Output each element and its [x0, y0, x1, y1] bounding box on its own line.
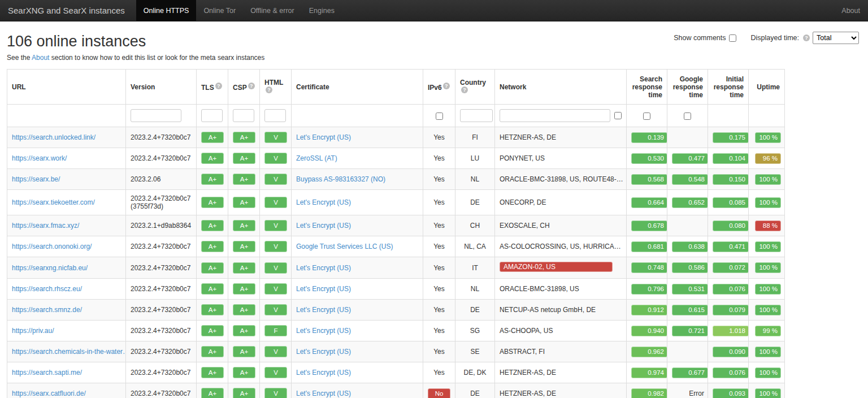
html-grade-badge[interactable]: V — [264, 367, 287, 378]
certificate-link[interactable]: Let's Encrypt (US) — [296, 327, 351, 335]
cell-csp: A+ — [228, 127, 260, 148]
instance-url-link[interactable]: https://priv.au/ — [12, 327, 54, 335]
html-grade-badge[interactable]: V — [264, 241, 287, 252]
csp-grade-badge[interactable]: A+ — [233, 283, 255, 295]
html-grade-badge[interactable]: V — [264, 197, 287, 208]
network-filter-input[interactable] — [500, 109, 610, 122]
tls-grade-badge[interactable]: A+ — [201, 346, 224, 357]
nav-about-link[interactable]: About — [834, 0, 868, 21]
about-link[interactable]: About — [32, 54, 49, 62]
certificate-link[interactable]: ZeroSSL (AT) — [296, 154, 337, 162]
csp-grade-badge[interactable]: A+ — [233, 197, 255, 208]
instance-url-link[interactable]: https://search.unlocked.link/ — [12, 133, 96, 141]
csp-grade-badge[interactable]: A+ — [233, 325, 255, 336]
csp-grade-badge[interactable]: A+ — [233, 367, 255, 378]
cell-country: NL — [455, 169, 495, 190]
tab-online-tor[interactable]: Online Tor — [196, 0, 243, 21]
certificate-link[interactable]: Let's Encrypt (US) — [296, 133, 351, 141]
csp-grade-badge[interactable]: A+ — [233, 174, 255, 185]
tls-filter-input[interactable] — [201, 109, 223, 122]
html-grade-badge[interactable]: V — [264, 388, 287, 398]
csp-grade-badge[interactable]: A+ — [233, 346, 255, 357]
html-grade-badge[interactable]: V — [264, 174, 287, 185]
show-comments-checkbox[interactable] — [729, 34, 736, 42]
html-grade-badge[interactable]: V — [264, 153, 287, 164]
csp-grade-badge[interactable]: A+ — [233, 388, 255, 398]
instance-url-link[interactable]: https://search.sapti.me/ — [12, 369, 82, 377]
instance-url-link[interactable]: https://searx.catfluori.de/ — [12, 390, 86, 397]
search-time-badge: 0.982 — [631, 388, 667, 398]
tls-grade-badge[interactable]: A+ — [201, 367, 224, 378]
html-grade-badge[interactable]: V — [264, 346, 287, 357]
cell-initial-time: 0.076 — [708, 362, 749, 383]
csp-grade-badge[interactable]: A+ — [233, 304, 255, 315]
html-grade-badge[interactable]: V — [264, 132, 287, 143]
instance-url-link[interactable]: https://search.smnz.de/ — [12, 306, 82, 314]
html-grade-badge[interactable]: V — [264, 304, 287, 315]
certificate-link[interactable]: Let's Encrypt (US) — [296, 222, 351, 230]
csp-grade-badge[interactable]: A+ — [233, 220, 255, 231]
certificate-link[interactable]: Let's Encrypt (US) — [296, 285, 351, 293]
tab-engines[interactable]: Engines — [302, 0, 342, 21]
csp-grade-badge[interactable]: A+ — [233, 132, 255, 143]
certificate-link[interactable]: Let's Encrypt (US) — [296, 264, 351, 272]
uptime-badge: 100 % — [755, 174, 781, 185]
instance-url-link[interactable]: https://searxng.nicfab.eu/ — [12, 264, 88, 272]
csp-filter-input[interactable] — [233, 109, 254, 122]
version-filter-input[interactable] — [131, 109, 181, 122]
html-filter-input[interactable] — [264, 109, 286, 122]
tls-grade-badge[interactable]: A+ — [201, 174, 224, 185]
country-filter-input[interactable] — [460, 109, 493, 122]
csp-grade-badge[interactable]: A+ — [233, 262, 255, 274]
cell-tls: A+ — [197, 257, 228, 279]
tls-grade-badge[interactable]: A+ — [201, 325, 224, 336]
cell-google-time — [667, 215, 708, 236]
ipv6-filter-checkbox[interactable] — [436, 113, 443, 120]
tls-grade-badge[interactable]: A+ — [201, 153, 224, 164]
tls-grade-badge[interactable]: A+ — [201, 304, 224, 315]
certificate-link[interactable]: Let's Encrypt (US) — [296, 369, 351, 377]
tls-grade-badge[interactable]: A+ — [201, 132, 224, 143]
csp-grade-badge[interactable]: A+ — [233, 153, 255, 164]
google-time-filter-checkbox[interactable] — [684, 113, 691, 120]
help-icon: ? — [266, 86, 272, 93]
instance-url-link[interactable]: https://search.rhscz.eu/ — [12, 285, 82, 293]
cell-ipv6: Yes — [423, 190, 455, 215]
tls-grade-badge[interactable]: A+ — [201, 220, 224, 231]
tab-offline-error[interactable]: Offline & error — [243, 0, 302, 21]
certificate-link[interactable]: Google Trust Services LLC (US) — [296, 243, 393, 250]
instance-url-link[interactable]: https://searx.fmac.xyz/ — [12, 222, 79, 230]
html-grade-badge[interactable]: V — [264, 262, 287, 274]
search-time-badge: 0.912 — [631, 305, 667, 315]
certificate-link[interactable]: Let's Encrypt (US) — [296, 390, 351, 397]
tab-online-https[interactable]: Online HTTPS — [136, 0, 197, 21]
initial-time-badge: 0.076 — [713, 284, 749, 295]
tls-grade-badge[interactable]: A+ — [201, 388, 224, 398]
tls-grade-badge[interactable]: A+ — [201, 241, 224, 252]
uptime-badge: 100 % — [755, 241, 781, 252]
html-grade-badge[interactable]: F — [264, 325, 287, 336]
cell-uptime: 100 % — [749, 300, 785, 321]
instance-url-link[interactable]: https://search.ononoki.org/ — [12, 243, 92, 250]
instance-url-link[interactable]: https://search.chemicals-in-the-water… — [12, 348, 126, 356]
instance-url-link[interactable]: https://searx.be/ — [12, 175, 60, 183]
network-filter-checkbox[interactable] — [614, 112, 622, 119]
certificate-link[interactable]: Let's Encrypt (US) — [296, 306, 351, 314]
tls-grade-badge[interactable]: A+ — [201, 197, 224, 208]
tls-grade-badge[interactable]: A+ — [201, 262, 224, 274]
tls-grade-badge[interactable]: A+ — [201, 283, 224, 295]
certificate-link[interactable]: Buypass AS-983163327 (NO) — [296, 175, 385, 183]
cell-tls: A+ — [197, 383, 228, 398]
google-time-badge: 0.548 — [672, 174, 708, 185]
html-grade-badge[interactable]: V — [264, 220, 287, 231]
csp-grade-badge[interactable]: A+ — [233, 241, 255, 252]
cell-network: AS-COLOCROSSING, US, HURRICA… — [495, 236, 627, 257]
search-time-filter-checkbox[interactable] — [643, 113, 650, 120]
displayed-time-select[interactable]: Total — [813, 32, 859, 44]
instance-url-link[interactable]: https://searx.tiekoetter.com/ — [12, 198, 95, 206]
cell-version: 2023.2.4+7320b0c7 — [126, 321, 197, 341]
certificate-link[interactable]: Let's Encrypt (US) — [296, 198, 351, 206]
certificate-link[interactable]: Let's Encrypt (US) — [296, 348, 351, 356]
instance-url-link[interactable]: https://searx.work/ — [12, 154, 67, 162]
html-grade-badge[interactable]: V — [264, 283, 287, 295]
